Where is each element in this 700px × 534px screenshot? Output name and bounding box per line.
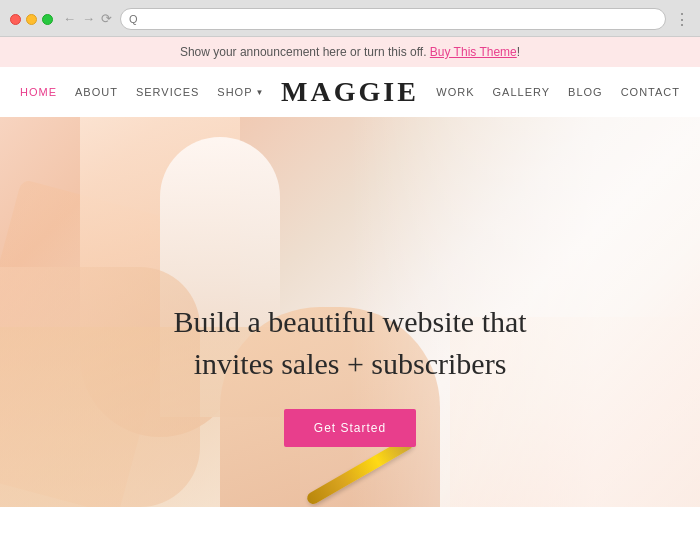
hero-title-line1: Build a beautiful website that xyxy=(173,305,526,338)
announcement-text: Show your announcement here or turn this… xyxy=(180,45,430,59)
buy-theme-link[interactable]: Buy This Theme xyxy=(430,45,517,59)
announcement-bar: Show your announcement here or turn this… xyxy=(0,37,700,67)
nav-home[interactable]: HOME xyxy=(20,86,57,98)
browser-dots xyxy=(10,14,53,25)
nav-shop-label: SHOP xyxy=(217,86,252,98)
main-nav: HOME ABOUT SERVICES SHOP ▼ MAGGIE WORK G… xyxy=(0,67,700,117)
website-content: Show your announcement here or turn this… xyxy=(0,37,700,527)
forward-arrow-icon[interactable]: → xyxy=(82,11,95,27)
chevron-down-icon: ▼ xyxy=(256,88,265,97)
hero-content: Build a beautiful website that invites s… xyxy=(0,301,700,447)
nav-links-right: WORK GALLERY BLOG CONTACT xyxy=(436,86,680,98)
address-input[interactable] xyxy=(129,13,657,25)
browser-menu-icon[interactable]: ⋮ xyxy=(674,10,690,29)
nav-work[interactable]: WORK xyxy=(436,86,474,98)
get-started-button[interactable]: Get Started xyxy=(284,409,416,447)
nav-about[interactable]: ABOUT xyxy=(75,86,118,98)
back-arrow-icon[interactable]: ← xyxy=(63,11,76,27)
browser-controls: ← → ⟳ xyxy=(63,11,112,27)
nav-contact[interactable]: CONTACT xyxy=(621,86,680,98)
browser-chrome: ← → ⟳ ⋮ xyxy=(0,0,700,37)
browser-titlebar: ← → ⟳ ⋮ xyxy=(0,0,700,36)
nav-services[interactable]: SERVICES xyxy=(136,86,199,98)
close-dot[interactable] xyxy=(10,14,21,25)
hero-title: Build a beautiful website that invites s… xyxy=(80,301,620,385)
refresh-icon[interactable]: ⟳ xyxy=(101,11,112,27)
hero-title-line2: invites sales + subscribers xyxy=(194,347,507,380)
nav-blog[interactable]: BLOG xyxy=(568,86,603,98)
address-bar[interactable] xyxy=(120,8,666,30)
site-logo[interactable]: MAGGIE xyxy=(281,76,419,108)
minimize-dot[interactable] xyxy=(26,14,37,25)
hero-section: Build a beautiful website that invites s… xyxy=(0,117,700,507)
nav-shop[interactable]: SHOP ▼ xyxy=(217,86,264,98)
maximize-dot[interactable] xyxy=(42,14,53,25)
nav-links-left: HOME ABOUT SERVICES SHOP ▼ xyxy=(20,86,264,98)
nav-gallery[interactable]: GALLERY xyxy=(493,86,551,98)
